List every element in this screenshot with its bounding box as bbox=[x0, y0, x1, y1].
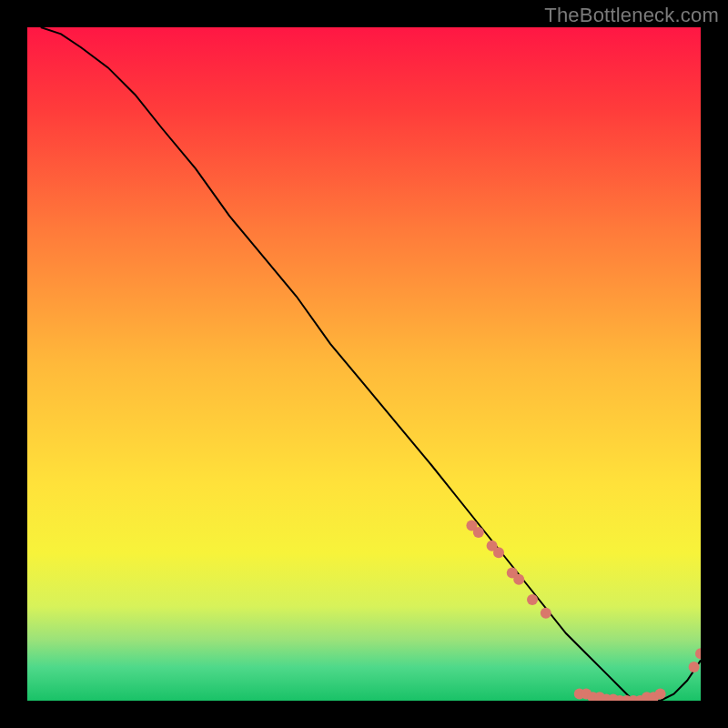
background-gradient bbox=[27, 27, 701, 701]
chart-svg bbox=[27, 27, 701, 701]
highlight-dot bbox=[513, 574, 524, 585]
watermark-text: TheBottleneck.com bbox=[544, 4, 719, 27]
highlight-dot bbox=[541, 608, 551, 619]
highlight-dot bbox=[527, 594, 538, 605]
highlight-dot bbox=[493, 547, 504, 558]
highlight-dot bbox=[689, 662, 700, 672]
chart-frame: TheBottleneck.com bbox=[0, 0, 728, 728]
plot-area bbox=[27, 27, 701, 701]
highlight-dot bbox=[473, 527, 484, 538]
highlight-dot bbox=[655, 689, 666, 700]
